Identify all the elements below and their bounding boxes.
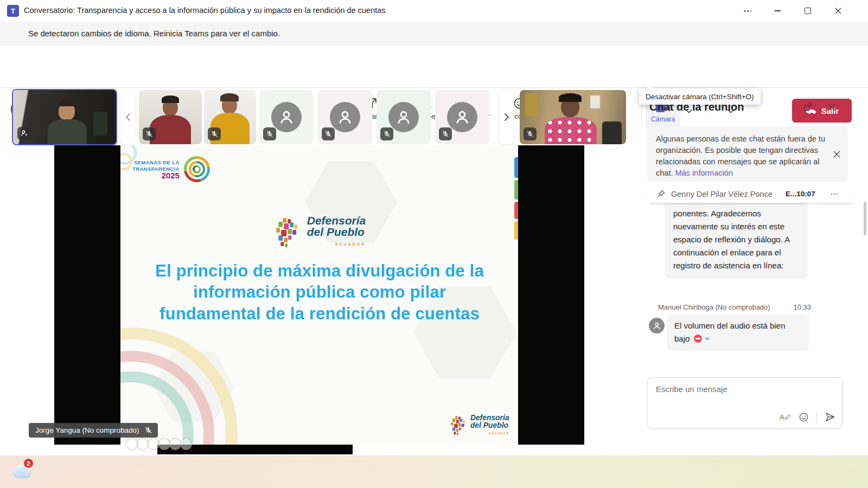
person-hair bbox=[162, 95, 179, 103]
slideshow-pen-control[interactable] bbox=[148, 438, 159, 450]
strip-scroll-left[interactable] bbox=[120, 90, 136, 144]
event-logo-year: 2025 bbox=[132, 172, 180, 179]
minimize-icon bbox=[775, 10, 781, 11]
mic-muted-badge bbox=[439, 127, 452, 140]
slideshow-zoom-control[interactable] bbox=[169, 438, 181, 450]
video-tile-participant[interactable] bbox=[204, 90, 256, 144]
mic-muted-badge bbox=[208, 127, 221, 140]
more-info-link[interactable]: Más información bbox=[675, 169, 732, 177]
weather-widget[interactable]: 2 bbox=[12, 461, 36, 483]
video-tile-avatar[interactable] bbox=[318, 90, 372, 144]
format-icon[interactable]: A bbox=[780, 413, 791, 421]
teams-logo-icon: T bbox=[7, 5, 19, 17]
message-composer: A bbox=[647, 377, 843, 429]
video-tile-participant[interactable] bbox=[139, 90, 202, 144]
chair bbox=[602, 121, 622, 144]
speaker-emoji bbox=[704, 335, 712, 343]
video-tile-participant[interactable] bbox=[520, 90, 626, 144]
title-bar: T Conversatorio: Transparencia y acceso … bbox=[0, 0, 868, 22]
mic-muted-badge bbox=[263, 127, 276, 140]
avatar bbox=[388, 102, 419, 132]
message-time: 10:33 bbox=[793, 303, 811, 311]
language-change-banner: Se detectaron cambios de idioma. Reinici… bbox=[0, 22, 868, 46]
slide-title: El principio de máxima divulgación de la… bbox=[149, 260, 490, 324]
slideshow-pointer-control[interactable] bbox=[137, 438, 149, 450]
org-name-line2: del Pueblo bbox=[307, 226, 366, 237]
chevron-right-icon bbox=[504, 113, 509, 121]
pinned-timestamp: E...10:07 bbox=[786, 190, 815, 198]
message-bubble: El volumen del audio está bien bajo bbox=[667, 314, 809, 351]
windows-taskbar: 2 bbox=[0, 455, 868, 488]
org-name-line2: del Pueblo bbox=[470, 421, 509, 429]
pinned-message-header: Genny Del Pilar Vélez Ponce E...10:07 bbox=[647, 185, 854, 203]
minimize-button[interactable] bbox=[764, 0, 791, 22]
chat-close-icon[interactable] bbox=[827, 102, 836, 112]
mic-muted-icon bbox=[144, 426, 152, 434]
notice-close-icon[interactable] bbox=[833, 150, 841, 158]
semanas-transparencia-logo: SEMANAS DE LA TRANSPARENCIA 2025 bbox=[132, 156, 210, 182]
chat-scrollbar[interactable] bbox=[864, 202, 866, 235]
avatar bbox=[330, 102, 360, 132]
plant bbox=[93, 112, 107, 136]
maximize-button[interactable] bbox=[794, 0, 821, 22]
defensoria-logo-small: Defensoría del Pueblo ECUADOR bbox=[449, 414, 509, 437]
person-hair bbox=[59, 100, 75, 106]
video-tile-active-speaker[interactable] bbox=[12, 89, 117, 145]
send-icon[interactable] bbox=[825, 412, 835, 422]
rings-logo bbox=[184, 156, 210, 182]
event-logo-line1: SEMANAS DE LA bbox=[132, 159, 180, 166]
emoji-icon[interactable] bbox=[799, 412, 809, 422]
mic-muted-badge bbox=[380, 127, 393, 140]
pin-icon bbox=[656, 189, 666, 198]
pinned-message-text: ponentes. Agradecemos nuevamente su inte… bbox=[673, 209, 789, 270]
person-hair bbox=[220, 93, 239, 101]
camera-tooltip: Desactivar cámara (Ctrl+Shift+O) bbox=[639, 88, 761, 105]
meeting-toolbar: 02:37:01 Separar Chat 792 Gente P bbox=[0, 46, 868, 88]
defensoria-logo: Defensoría del Pueblo ECUADOR bbox=[273, 215, 366, 250]
org-name-line1: Defensoría bbox=[307, 215, 366, 226]
slideshow-grid-control[interactable] bbox=[158, 438, 170, 450]
poster bbox=[525, 93, 537, 116]
message-input[interactable] bbox=[655, 383, 820, 413]
tooltip-text: Desactivar cámara (Ctrl+Shift+O) bbox=[646, 93, 754, 101]
speaker-name-label: Jorge Yangua (No comprobado) bbox=[29, 423, 158, 438]
maximize-icon bbox=[805, 8, 811, 14]
no-entry-emoji bbox=[694, 335, 702, 343]
notification-badge: 2 bbox=[24, 459, 33, 468]
person-torso bbox=[48, 119, 87, 144]
video-tile-avatar[interactable] bbox=[376, 90, 431, 144]
leave-button[interactable]: Salir bbox=[792, 99, 852, 123]
decor-bar-red bbox=[514, 202, 518, 219]
message-avatar bbox=[649, 318, 665, 333]
message-options-icon[interactable] bbox=[829, 189, 839, 199]
strip-scroll-right[interactable] bbox=[499, 90, 514, 144]
video-tile-avatar[interactable] bbox=[259, 90, 314, 144]
mic-muted-badge bbox=[524, 127, 537, 140]
person-sparkle-icon bbox=[20, 129, 28, 137]
window-title: Conversatorio: Transparencia y acceso a … bbox=[24, 6, 386, 15]
org-country: ECUADOR bbox=[307, 239, 366, 250]
avatar bbox=[271, 102, 302, 132]
message-author: Manuel Chiriboga (No comprobado) bbox=[658, 303, 770, 311]
person-torso bbox=[545, 117, 597, 144]
close-window-button[interactable] bbox=[825, 0, 852, 22]
mic-muted-badge bbox=[322, 127, 335, 140]
ecuador-map-icon bbox=[449, 415, 469, 435]
background-effects-badge bbox=[17, 127, 30, 140]
external-users-notice: Algunas personas de este chat están fuer… bbox=[647, 126, 848, 182]
camera-label: Cámara bbox=[651, 115, 675, 123]
pinned-message-bubble: ponentes. Agradecemos nuevamente su inte… bbox=[665, 202, 808, 279]
pinned-author: Genny Del Pilar Vélez Ponce bbox=[671, 190, 773, 198]
slideshow-more-control[interactable] bbox=[180, 438, 192, 450]
video-tile-avatar[interactable] bbox=[435, 90, 489, 144]
slideshow-prev-control[interactable] bbox=[126, 438, 138, 450]
speaker-name: Jorge Yangua (No comprobado) bbox=[35, 426, 139, 434]
close-icon bbox=[835, 8, 841, 14]
more-dots-icon bbox=[743, 10, 751, 12]
person-torso bbox=[150, 115, 191, 144]
org-name-line1: Defensoría bbox=[470, 414, 509, 421]
avatar bbox=[447, 102, 477, 132]
chat-popout-icon[interactable] bbox=[803, 102, 813, 112]
titlebar-more-button[interactable] bbox=[733, 0, 761, 22]
teams-meeting-window: T Conversatorio: Transparencia y acceso … bbox=[0, 0, 868, 488]
